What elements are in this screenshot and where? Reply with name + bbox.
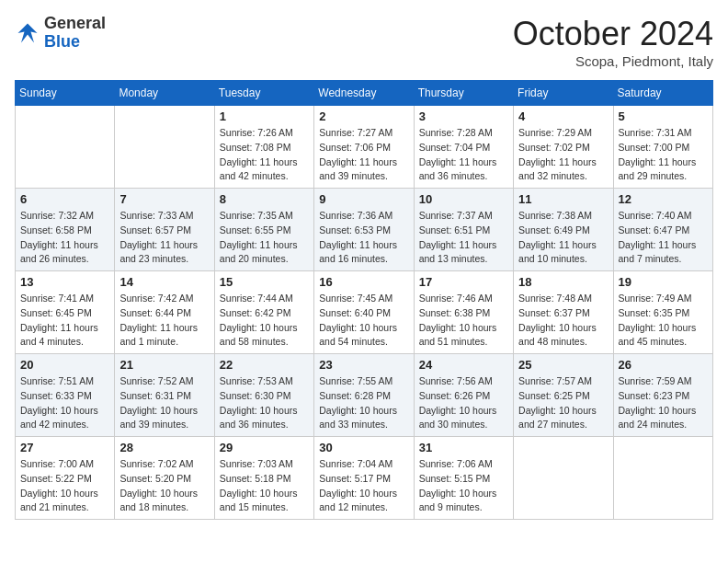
calendar-cell: 6Sunrise: 7:32 AM Sunset: 6:58 PM Daylig… xyxy=(16,189,115,271)
calendar-cell: 12Sunrise: 7:40 AM Sunset: 6:47 PM Dayli… xyxy=(613,189,712,271)
calendar-cell: 23Sunrise: 7:55 AM Sunset: 6:28 PM Dayli… xyxy=(314,354,414,437)
day-number: 17 xyxy=(419,275,508,289)
day-info: Sunrise: 7:29 AM Sunset: 7:02 PM Dayligh… xyxy=(518,126,608,184)
svg-marker-0 xyxy=(18,23,38,42)
calendar-cell: 24Sunrise: 7:56 AM Sunset: 6:26 PM Dayli… xyxy=(414,354,513,437)
day-info: Sunrise: 7:55 AM Sunset: 6:28 PM Dayligh… xyxy=(319,374,408,432)
day-info: Sunrise: 7:06 AM Sunset: 5:15 PM Dayligh… xyxy=(419,457,508,515)
logo-blue: Blue xyxy=(44,32,80,51)
calendar-cell: 22Sunrise: 7:53 AM Sunset: 6:30 PM Dayli… xyxy=(214,354,313,437)
week-row-1: 1Sunrise: 7:26 AM Sunset: 7:08 PM Daylig… xyxy=(16,106,713,189)
day-info: Sunrise: 7:56 AM Sunset: 6:26 PM Dayligh… xyxy=(419,374,508,432)
day-number: 14 xyxy=(119,275,209,289)
calendar-table: SundayMondayTuesdayWednesdayThursdayFrid… xyxy=(15,80,713,520)
calendar-cell: 15Sunrise: 7:44 AM Sunset: 6:42 PM Dayli… xyxy=(214,271,313,354)
day-number: 2 xyxy=(319,109,408,123)
day-info: Sunrise: 7:31 AM Sunset: 7:00 PM Dayligh… xyxy=(619,126,708,184)
week-row-2: 6Sunrise: 7:32 AM Sunset: 6:58 PM Daylig… xyxy=(16,189,713,271)
calendar-cell: 19Sunrise: 7:49 AM Sunset: 6:35 PM Dayli… xyxy=(613,271,712,354)
logo-text: General Blue xyxy=(44,15,106,52)
day-info: Sunrise: 7:37 AM Sunset: 6:51 PM Dayligh… xyxy=(419,209,508,267)
calendar-cell: 31Sunrise: 7:06 AM Sunset: 5:15 PM Dayli… xyxy=(414,437,513,520)
calendar-cell: 30Sunrise: 7:04 AM Sunset: 5:17 PM Dayli… xyxy=(314,437,414,520)
day-info: Sunrise: 7:44 AM Sunset: 6:42 PM Dayligh… xyxy=(220,292,309,350)
calendar-cell: 5Sunrise: 7:31 AM Sunset: 7:00 PM Daylig… xyxy=(613,106,712,189)
day-info: Sunrise: 7:59 AM Sunset: 6:23 PM Dayligh… xyxy=(619,374,708,432)
month-title: October 2024 xyxy=(513,15,713,53)
calendar-cell: 8Sunrise: 7:35 AM Sunset: 6:55 PM Daylig… xyxy=(214,189,313,271)
day-info: Sunrise: 7:48 AM Sunset: 6:37 PM Dayligh… xyxy=(518,292,608,350)
column-header-thursday: Thursday xyxy=(414,81,513,106)
day-info: Sunrise: 7:38 AM Sunset: 6:49 PM Dayligh… xyxy=(518,209,608,267)
day-info: Sunrise: 7:40 AM Sunset: 6:47 PM Dayligh… xyxy=(619,209,708,267)
day-info: Sunrise: 7:03 AM Sunset: 5:18 PM Dayligh… xyxy=(220,457,309,515)
day-info: Sunrise: 7:51 AM Sunset: 6:33 PM Dayligh… xyxy=(20,374,109,432)
day-info: Sunrise: 7:27 AM Sunset: 7:06 PM Dayligh… xyxy=(319,126,408,184)
day-number: 29 xyxy=(220,441,309,454)
day-info: Sunrise: 7:35 AM Sunset: 6:55 PM Dayligh… xyxy=(220,209,309,267)
column-header-wednesday: Wednesday xyxy=(314,81,414,106)
column-header-saturday: Saturday xyxy=(613,81,712,106)
calendar-cell: 14Sunrise: 7:42 AM Sunset: 6:44 PM Dayli… xyxy=(115,271,214,354)
day-info: Sunrise: 7:45 AM Sunset: 6:40 PM Dayligh… xyxy=(319,292,408,350)
day-number: 5 xyxy=(619,109,708,123)
day-number: 10 xyxy=(419,192,508,206)
calendar-header-row: SundayMondayTuesdayWednesdayThursdayFrid… xyxy=(16,81,713,106)
day-info: Sunrise: 7:41 AM Sunset: 6:45 PM Dayligh… xyxy=(20,292,109,350)
day-number: 4 xyxy=(518,109,608,123)
calendar-cell: 3Sunrise: 7:28 AM Sunset: 7:04 PM Daylig… xyxy=(414,106,513,189)
day-number: 24 xyxy=(419,358,508,372)
column-header-sunday: Sunday xyxy=(16,81,115,106)
day-number: 19 xyxy=(619,275,708,289)
calendar-cell: 4Sunrise: 7:29 AM Sunset: 7:02 PM Daylig… xyxy=(514,106,613,189)
week-row-5: 27Sunrise: 7:00 AM Sunset: 5:22 PM Dayli… xyxy=(16,437,713,520)
day-number: 1 xyxy=(220,109,309,123)
day-info: Sunrise: 7:49 AM Sunset: 6:35 PM Dayligh… xyxy=(619,292,708,350)
day-number: 26 xyxy=(619,358,708,372)
day-info: Sunrise: 7:02 AM Sunset: 5:20 PM Dayligh… xyxy=(119,457,209,515)
logo: General Blue xyxy=(15,15,106,52)
day-info: Sunrise: 7:53 AM Sunset: 6:30 PM Dayligh… xyxy=(220,374,309,432)
calendar-cell: 21Sunrise: 7:52 AM Sunset: 6:31 PM Dayli… xyxy=(115,354,214,437)
day-info: Sunrise: 7:33 AM Sunset: 6:57 PM Dayligh… xyxy=(119,209,209,267)
calendar-cell: 9Sunrise: 7:36 AM Sunset: 6:53 PM Daylig… xyxy=(314,189,414,271)
calendar-cell: 2Sunrise: 7:27 AM Sunset: 7:06 PM Daylig… xyxy=(314,106,414,189)
calendar-cell: 13Sunrise: 7:41 AM Sunset: 6:45 PM Dayli… xyxy=(16,271,115,354)
calendar-cell: 25Sunrise: 7:57 AM Sunset: 6:25 PM Dayli… xyxy=(514,354,613,437)
day-number: 21 xyxy=(119,358,209,372)
column-header-monday: Monday xyxy=(115,81,214,106)
logo-icon xyxy=(15,20,40,46)
day-number: 11 xyxy=(518,192,608,206)
day-number: 25 xyxy=(518,358,608,372)
calendar-cell xyxy=(115,106,214,189)
day-info: Sunrise: 7:00 AM Sunset: 5:22 PM Dayligh… xyxy=(20,457,109,515)
day-number: 30 xyxy=(319,441,408,454)
title-block: October 2024 Scopa, Piedmont, Italy xyxy=(513,15,713,69)
week-row-3: 13Sunrise: 7:41 AM Sunset: 6:45 PM Dayli… xyxy=(16,271,713,354)
day-info: Sunrise: 7:42 AM Sunset: 6:44 PM Dayligh… xyxy=(119,292,209,350)
day-number: 28 xyxy=(119,441,209,454)
calendar-cell xyxy=(514,437,613,520)
calendar-cell: 29Sunrise: 7:03 AM Sunset: 5:18 PM Dayli… xyxy=(214,437,313,520)
location: Scopa, Piedmont, Italy xyxy=(513,53,713,69)
day-info: Sunrise: 7:26 AM Sunset: 7:08 PM Dayligh… xyxy=(220,126,309,184)
column-header-tuesday: Tuesday xyxy=(214,81,313,106)
day-number: 15 xyxy=(220,275,309,289)
week-row-4: 20Sunrise: 7:51 AM Sunset: 6:33 PM Dayli… xyxy=(16,354,713,437)
day-number: 22 xyxy=(220,358,309,372)
logo-general: General xyxy=(44,14,106,32)
day-info: Sunrise: 7:32 AM Sunset: 6:58 PM Dayligh… xyxy=(20,209,109,267)
calendar-cell: 16Sunrise: 7:45 AM Sunset: 6:40 PM Dayli… xyxy=(314,271,414,354)
day-number: 13 xyxy=(20,275,109,289)
calendar-cell: 7Sunrise: 7:33 AM Sunset: 6:57 PM Daylig… xyxy=(115,189,214,271)
calendar-cell: 26Sunrise: 7:59 AM Sunset: 6:23 PM Dayli… xyxy=(613,354,712,437)
day-number: 8 xyxy=(220,192,309,206)
day-number: 16 xyxy=(319,275,408,289)
day-number: 18 xyxy=(518,275,608,289)
calendar-cell: 18Sunrise: 7:48 AM Sunset: 6:37 PM Dayli… xyxy=(514,271,613,354)
day-number: 12 xyxy=(619,192,708,206)
calendar-cell xyxy=(16,106,115,189)
page-header: General Blue October 2024 Scopa, Piedmon… xyxy=(15,15,713,69)
calendar-cell: 28Sunrise: 7:02 AM Sunset: 5:20 PM Dayli… xyxy=(115,437,214,520)
day-number: 3 xyxy=(419,109,508,123)
